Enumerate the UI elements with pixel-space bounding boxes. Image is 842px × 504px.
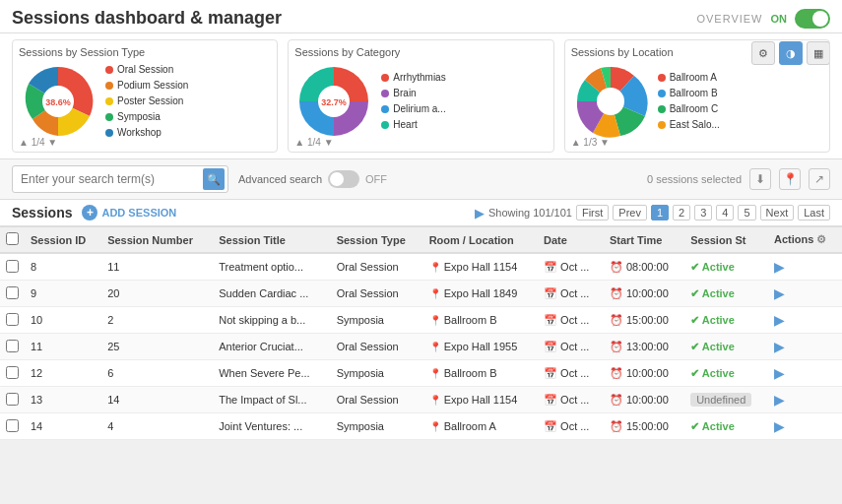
chart-session-type: Sessions by Session Type 38.6% Oral Ses xyxy=(12,39,278,153)
cell-session-number: 6 xyxy=(101,360,213,387)
add-icon: + xyxy=(82,205,97,220)
row-action-button[interactable]: ▶ xyxy=(774,285,785,301)
row-checkbox[interactable] xyxy=(6,313,19,326)
pagination-first[interactable]: First xyxy=(576,205,609,220)
table-row: 12 6 When Severe Pe... Symposia 📍 Ballro… xyxy=(0,360,842,387)
cell-session-type: Oral Session xyxy=(331,387,423,413)
table-row: 8 11 Treatment optio... Oral Session 📍 E… xyxy=(0,253,842,281)
pagination-page-3[interactable]: 3 xyxy=(694,205,712,220)
cell-session-number: 4 xyxy=(101,413,213,440)
cell-date: 📅 Oct ... xyxy=(538,334,604,360)
chart1-nav: ▲ 1/4 ▼ xyxy=(19,137,57,148)
cell-start-time: ⏰ 15:00:00 xyxy=(604,307,684,334)
search-button[interactable]: 🔍 xyxy=(203,168,225,190)
cell-start-time: ⏰ 13:00:00 xyxy=(604,334,684,360)
cell-room-location: 📍 Ballroom B xyxy=(423,307,538,334)
cell-start-time: ⏰ 10:00:00 xyxy=(604,281,684,307)
row-checkbox[interactable] xyxy=(6,340,19,352)
overview-toggle[interactable] xyxy=(795,9,830,29)
cell-actions: ▶ xyxy=(768,387,842,413)
filter-icon: ▶ xyxy=(475,206,485,220)
chart1-legend: Oral Session Podium Session Poster Sessi… xyxy=(105,62,188,141)
pagination-next[interactable]: Next xyxy=(760,205,795,220)
adv-toggle-state: OFF xyxy=(365,173,387,185)
col-date: Date xyxy=(538,227,604,254)
table-row: 14 4 Joint Ventures: ... Symposia 📍 Ball… xyxy=(0,413,842,440)
adv-toggle-knob xyxy=(330,172,344,186)
cell-room-location: 📍 Expo Hall 1849 xyxy=(423,281,538,307)
cell-session-number: 20 xyxy=(101,281,213,307)
pagination-prev[interactable]: Prev xyxy=(613,205,647,220)
cell-actions: ▶ xyxy=(768,253,842,281)
download-action-button[interactable]: ⬇ xyxy=(749,168,771,190)
cell-session-id: 13 xyxy=(25,387,101,413)
cell-start-time: ⏰ 08:00:00 xyxy=(604,253,684,281)
add-session-label: ADD SESSION xyxy=(101,207,176,219)
cell-status: ✔ Active xyxy=(684,253,768,281)
chart-location: Sessions by Location Ballroom A Ballroom xyxy=(564,39,830,153)
sessions-table: Session ID Session Number Session Title … xyxy=(0,226,842,440)
col-session-title: Session Title xyxy=(213,227,330,254)
sessions-selected-info: 0 sessions selected ⬇ 📍 ↗ xyxy=(647,168,830,190)
chart2-legend: Arrhythmias Brain Delirium a... Heart xyxy=(381,70,445,133)
status-badge: ✔ Active xyxy=(690,287,735,299)
table-row: 13 14 The Impact of Sl... Oral Session 📍… xyxy=(0,387,842,413)
cell-date: 📅 Oct ... xyxy=(538,360,604,387)
col-session-type: Session Type xyxy=(331,227,423,254)
cell-session-type: Symposia xyxy=(331,307,423,334)
row-checkbox[interactable] xyxy=(6,286,19,299)
cell-session-id: 9 xyxy=(25,281,101,307)
cell-session-title: Not skipping a b... xyxy=(213,307,330,334)
pagination-page-1[interactable]: 1 xyxy=(651,205,669,220)
cell-actions: ▶ xyxy=(768,413,842,440)
col-session-status: Session St xyxy=(684,227,768,254)
search-input[interactable] xyxy=(12,165,228,193)
cell-actions: ▶ xyxy=(768,360,842,387)
row-action-button[interactable]: ▶ xyxy=(774,392,785,408)
chart3-nav: ▲ 1/3 ▼ xyxy=(571,137,610,148)
col-session-number: Session Number xyxy=(101,227,213,254)
col-actions: Actions ⚙ xyxy=(768,227,842,254)
col-room-location: Room / Location xyxy=(423,227,538,254)
select-all-checkbox[interactable] xyxy=(6,232,19,245)
row-checkbox[interactable] xyxy=(6,393,19,406)
row-action-button[interactable]: ▶ xyxy=(774,312,785,328)
row-checkbox[interactable] xyxy=(6,260,19,273)
cell-session-title: The Impact of Sl... xyxy=(213,387,330,413)
row-action-button[interactable]: ▶ xyxy=(774,339,785,354)
advanced-search-toggle[interactable] xyxy=(328,170,359,188)
overview-label: OVERVIEW xyxy=(696,13,762,25)
cell-session-number: 11 xyxy=(101,253,213,281)
export-action-button[interactable]: ↗ xyxy=(809,168,830,190)
status-badge: ✔ Active xyxy=(690,341,735,352)
chart2-title: Sessions by Category xyxy=(294,46,547,58)
table-row: 11 25 Anterior Cruciat... Oral Session 📍… xyxy=(0,334,842,360)
svg-text:38.6%: 38.6% xyxy=(45,97,71,107)
row-checkbox[interactable] xyxy=(6,366,19,379)
status-badge: Undefined xyxy=(690,393,751,407)
status-badge: ✔ Active xyxy=(690,314,735,326)
cell-room-location: 📍 Expo Hall 1955 xyxy=(423,334,538,360)
row-checkbox[interactable] xyxy=(6,419,19,432)
cell-actions: ▶ xyxy=(768,281,842,307)
header-controls: OVERVIEW ON xyxy=(696,9,830,29)
cell-session-type: Oral Session xyxy=(331,281,423,307)
pagination-page-2[interactable]: 2 xyxy=(673,205,690,220)
pagination-last[interactable]: Last xyxy=(798,205,830,220)
sessions-table-wrap: Session ID Session Number Session Title … xyxy=(0,226,842,440)
cell-session-number: 14 xyxy=(101,387,213,413)
cell-status: ✔ Active xyxy=(684,360,768,387)
row-action-button[interactable]: ▶ xyxy=(774,259,785,275)
cell-session-type: Symposia xyxy=(331,360,423,387)
cell-status: ✔ Active xyxy=(684,281,768,307)
row-action-button[interactable]: ▶ xyxy=(774,418,785,434)
location-action-button[interactable]: 📍 xyxy=(779,168,801,190)
search-input-wrap: 🔍 xyxy=(12,165,228,193)
toggle-knob xyxy=(812,11,828,27)
add-session-button[interactable]: + ADD SESSION xyxy=(82,205,176,220)
cell-start-time: ⏰ 15:00:00 xyxy=(604,413,684,440)
cell-session-type: Oral Session xyxy=(331,253,423,281)
pagination-page-5[interactable]: 5 xyxy=(738,205,755,220)
pagination-page-4[interactable]: 4 xyxy=(716,205,734,220)
row-action-button[interactable]: ▶ xyxy=(774,365,785,381)
